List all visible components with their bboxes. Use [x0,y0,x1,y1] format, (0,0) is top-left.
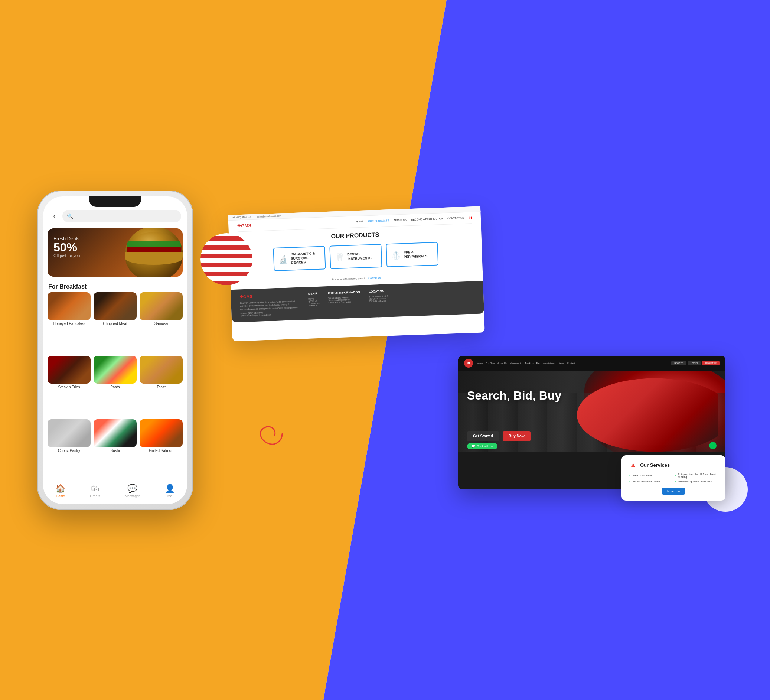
phone-notch [89,196,141,207]
service-bid: ✓ Bid and Buy cars online [629,480,673,483]
right-section: +1 (416) 312-3745 sales@granfenmed.com ✚… [223,211,733,489]
phone-mockup: ‹ 🔍 [37,191,193,510]
hero-burger-image [125,228,183,277]
car-howto-btn[interactable]: HOW TO [671,361,686,365]
medical-nav-products[interactable]: OUR PRODUCTS [368,219,389,223]
food-steak-image [47,356,91,384]
food-item[interactable]: Sushi [94,419,137,480]
service-shipping-label: Shipping from the USA and Local trucking [678,473,718,478]
food-item[interactable]: Choux Pastry [47,419,91,480]
food-item[interactable]: Toast [139,356,183,416]
footer-col-location: LOCATION 1745 Ellipse, Unit 1Hamilton, O… [369,289,389,312]
services-header: 🔺 Our Services [629,461,718,469]
services-card: 🔺 Our Services ✓ Free Consultation ✓ Shi… [621,455,725,501]
phone-nav: 🏠 Home 🛍 Orders 💬 Messages 👤 [43,480,187,504]
nav-me-label: Me [167,494,172,498]
car-nav-contact[interactable]: Contact [567,362,575,364]
nav-home[interactable]: 🏠 Home [55,484,65,498]
home-icon: 🏠 [55,484,65,494]
check-icon: ✓ [629,474,631,477]
car-nav-tracking[interactable]: Tracking [525,362,534,364]
footer-col-other: OTHER INFORMATION Shipping and Return Te… [328,290,361,314]
diagnostic-icon: 🔬 [278,254,288,264]
medical-nav-contact[interactable]: CONTACT US [447,217,464,220]
contact-text: For more information, please [332,277,365,280]
nav-me[interactable]: 👤 Me [165,484,175,498]
more-info-button[interactable]: More Info [662,488,685,495]
car-register-btn[interactable]: REGISTER [702,361,720,365]
car-login-btn[interactable]: LOGIN [688,361,701,365]
contact-link[interactable]: Contact Us [368,276,381,279]
hero-subtitle: Off just for you [53,253,80,258]
me-icon: 👤 [165,484,175,494]
car-nav-appointment[interactable]: Appointment [543,362,556,364]
food-samosa-image [139,292,183,320]
food-toast-image [139,356,183,384]
food-chopped-label: Chopped Meat [103,322,127,326]
messages-icon: 💬 [127,484,138,494]
red-swirl-decoration [252,415,290,452]
footer-description: Granfen Medical-Quebec is a nation-wide … [240,299,299,311]
food-steak-label: Steak n Fries [58,385,80,389]
car-cta-buttons: Get Started Buy Now [467,431,531,441]
medical-nav-distributor[interactable]: BECOME A DISTRIBUTOR [411,217,443,221]
car-nav-buy[interactable]: Buy Now [485,362,495,364]
car-nav-faq[interactable]: Faq [537,362,540,364]
car-nav: 🏎 Home Buy Now About Us Membership Track… [458,356,725,371]
medical-nav-about[interactable]: ABOUT US [393,218,407,222]
ppe-icon: 🥼 [391,250,401,259]
phone-screen: ‹ 🔍 [43,196,187,504]
medical-nav[interactable]: HOME OUR PRODUCTS ABOUT US BECOME A DIST… [356,216,472,223]
food-grid: Honeyed Pancakes Chopped Meat Samosa [43,292,187,480]
medical-card-diagnostic[interactable]: 🔬 DIAGNOSTIC & SURGICAL DEVICES [273,246,325,271]
nav-orders-label: Orders [90,494,100,498]
food-choux-image [47,419,91,447]
nav-orders[interactable]: 🛍 Orders [90,484,100,498]
food-salmon-image [139,419,183,447]
food-pasta-image [94,356,137,384]
chat-label: Chat with us [477,444,493,448]
online-indicator [709,442,717,449]
chat-button[interactable]: 💬 Chat with us [467,443,498,449]
service-bid-label: Bid and Buy cars online [632,480,660,483]
food-item[interactable]: Chopped Meat [94,292,137,353]
car-nav-membership[interactable]: Membership [510,362,522,364]
buy-now-button[interactable]: Buy Now [503,431,531,441]
car-nav-links[interactable]: Home Buy Now About Us Membership Trackin… [477,362,575,364]
food-item[interactable]: Pasta [94,356,137,416]
dental-label: DENTAL INSTRUMENTS [347,251,377,261]
get-started-button[interactable]: Get Started [467,431,499,441]
food-item[interactable]: Samosa [139,292,183,353]
medical-card-dental[interactable]: 🦷 DENTAL INSTRUMENTS [329,244,382,269]
food-item[interactable]: Honeyed Pancakes [47,292,91,353]
hero-percent: 50% [53,241,80,253]
nav-messages[interactable]: 💬 Messages [125,484,140,498]
food-chopped-image [94,292,137,320]
car-hero: Search, Bid, Buy Get Started Buy Now 💬 C… [458,371,725,452]
red-circle-decoration [201,233,252,285]
medical-flag: 🇨🇦 [469,216,472,219]
medical-footer: ✚GMS Granfen Medical-Quebec is a nation-… [231,281,484,322]
food-honeyed-label: Honeyed Pancakes [53,322,86,326]
footer-logo: ✚GMS [240,292,299,299]
food-item[interactable]: Grilled Salmon [139,419,183,480]
search-bar[interactable]: 🔍 [62,210,181,222]
medical-nav-home[interactable]: HOME [356,220,364,223]
medical-phone: +1 (416) 312-3745 [232,216,251,219]
car-headline: Search, Bid, Buy [467,389,561,402]
footer-col-about: ✚GMS Granfen Medical-Quebec is a nation-… [240,292,300,317]
footer-menu-title: MENU [308,292,319,295]
service-title: ✓ Title reassignment in the USA [674,480,718,483]
orders-icon: 🛍 [91,484,99,494]
nav-home-label: Home [56,494,65,498]
medical-website: +1 (416) 312-3745 sales@granfenmed.com ✚… [228,206,485,341]
car-nav-home[interactable]: Home [477,362,483,364]
medical-card-ppe[interactable]: 🥼 PPE & PERIPHERALS [386,242,438,267]
food-toast-label: Toast [157,385,166,389]
food-item[interactable]: Steak n Fries [47,356,91,416]
back-button[interactable]: ‹ [49,211,60,221]
car-nav-news[interactable]: News [559,362,564,364]
car-nav-about[interactable]: About Us [498,362,507,364]
food-samosa-label: Samosa [154,322,168,326]
food-honeyed-image [47,292,91,320]
